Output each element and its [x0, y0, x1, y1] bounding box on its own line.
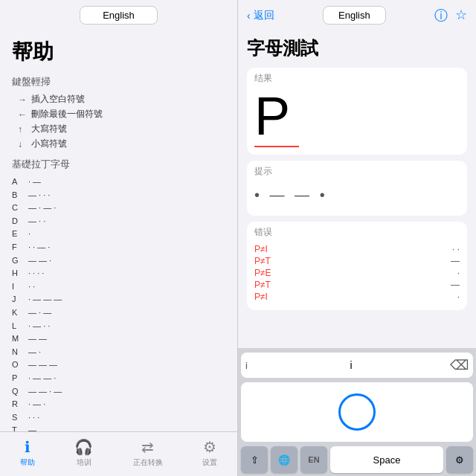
- settings-tab-label: 设置: [202, 457, 217, 468]
- help-tab-label: 帮助: [20, 457, 35, 468]
- star-icon[interactable]: ☆: [455, 7, 467, 25]
- alphabet-row: B— · · ·: [12, 189, 225, 202]
- alpha-letter: N: [12, 346, 24, 359]
- alpha-letter: P: [12, 372, 24, 385]
- globe-button[interactable]: 🌐: [271, 446, 298, 473]
- alpha-letter: L: [12, 320, 24, 333]
- errors-label: 错误: [247, 222, 467, 240]
- backspace-button[interactable]: ⌫: [450, 357, 469, 373]
- error-attempt: P≠I: [254, 244, 284, 254]
- right-content: 字母測試 结果 P 提示 • — — • 错误 P≠I· ·P≠T—P≠E·P≠…: [238, 30, 476, 348]
- gesture-text: 插入空白符號: [31, 93, 85, 106]
- keyboard-area: i i ⌫ ⇧ 🌐 EN Space ⚙: [238, 348, 476, 476]
- left-top-bar: English: [0, 0, 237, 30]
- alphabet-section-header: 基礎拉丁字母: [12, 158, 225, 171]
- gesture-text: 小寫符號: [31, 138, 67, 150]
- result-card: 结果 P: [247, 68, 467, 155]
- tab-help[interactable]: ℹ帮助: [20, 438, 35, 468]
- right-panel: ‹ 返回 English ⓘ ☆ 字母測試 结果 P 提示 • — — •: [238, 0, 476, 476]
- errors-content: P≠I· ·P≠T—P≠E·P≠T—P≠I·: [247, 240, 467, 310]
- morse-input-area: [241, 382, 473, 442]
- back-button[interactable]: ‹ 返回: [247, 9, 274, 22]
- gear-icon: ⚙: [455, 454, 464, 466]
- hint-card: 提示 • — — •: [247, 161, 467, 216]
- alphabet-table: A· —B— · · ·C— · — ·D— · ·E·F· · — ·G— —…: [12, 176, 225, 431]
- settings-button[interactable]: ⚙: [446, 446, 473, 473]
- convert-tab-icon: ⇄: [141, 438, 154, 456]
- tab-settings[interactable]: ⚙设置: [202, 438, 217, 468]
- training-tab-icon: 🎧: [74, 438, 93, 456]
- error-row: P≠T—: [254, 279, 460, 291]
- alpha-morse: — · —: [28, 306, 51, 320]
- tab-convert[interactable]: ⇄正在转换: [133, 438, 163, 468]
- alphabet-row: Q— — · —: [12, 385, 225, 399]
- result-label: 结果: [247, 68, 467, 86]
- error-morse: ·: [284, 268, 460, 278]
- left-content: 帮助 鍵盤輕掃 →插入空白符號←刪除最後一個符號↑大寫符號↓小寫符號 基礎拉丁字…: [0, 30, 237, 431]
- alpha-morse: · — — ·: [28, 372, 56, 385]
- alpha-morse: — — ·: [28, 254, 51, 268]
- alphabet-row: K— · —: [12, 306, 225, 320]
- alpha-morse: — · · ·: [28, 189, 50, 202]
- right-top-bar: ‹ 返回 English ⓘ ☆: [238, 0, 476, 30]
- alpha-morse: · — — —: [28, 293, 62, 306]
- alpha-letter: O: [12, 358, 24, 372]
- morse-circle-button[interactable]: [338, 393, 376, 431]
- alphabet-row: I· ·: [12, 280, 225, 294]
- alphabet-row: S· · ·: [12, 411, 225, 425]
- alpha-morse: · · · ·: [28, 267, 44, 280]
- error-attempt: P≠I: [254, 292, 284, 302]
- gesture-item: ←刪除最後一個符號: [18, 108, 225, 120]
- gesture-text: 刪除最後一個符號: [31, 108, 103, 120]
- alphabet-row: D— · ·: [12, 215, 225, 228]
- left-segment-button[interactable]: English: [80, 6, 158, 25]
- alpha-letter: Q: [12, 385, 24, 399]
- alpha-letter: H: [12, 267, 24, 280]
- input-label: i: [245, 360, 248, 371]
- alpha-letter: C: [12, 202, 24, 215]
- alpha-morse: — —: [28, 332, 47, 346]
- settings-tab-icon: ⚙: [203, 438, 216, 456]
- alphabet-row: F· · — ·: [12, 241, 225, 254]
- error-attempt: P≠E: [254, 268, 284, 278]
- alphabet-row: T—: [12, 424, 225, 431]
- alpha-morse: — ·: [28, 346, 41, 359]
- alpha-morse: — — —: [28, 358, 57, 372]
- gesture-item: →插入空白符號: [18, 93, 225, 106]
- alpha-morse: · —: [28, 176, 41, 189]
- arrow-icon: ↑: [18, 124, 28, 135]
- current-letter: P: [254, 89, 460, 143]
- error-morse: —: [284, 256, 460, 266]
- alpha-letter: T: [12, 424, 24, 431]
- alpha-morse: · — · ·: [28, 320, 50, 333]
- input-field[interactable]: i: [252, 359, 450, 371]
- tab-training[interactable]: 🎧培训: [74, 438, 93, 468]
- lang-label: EN: [308, 455, 319, 464]
- info-icon[interactable]: ⓘ: [434, 7, 448, 25]
- arrow-icon: ←: [18, 109, 28, 120]
- error-morse: · ·: [284, 244, 460, 254]
- alpha-letter: J: [12, 293, 24, 306]
- gesture-text: 大寫符號: [31, 123, 67, 135]
- space-button[interactable]: Space: [330, 446, 443, 473]
- result-content: P: [247, 86, 467, 155]
- lang-button[interactable]: EN: [300, 446, 327, 473]
- convert-tab-label: 正在转换: [133, 457, 163, 468]
- error-attempt: P≠T: [254, 256, 284, 266]
- right-segment-button[interactable]: English: [323, 6, 386, 25]
- alphabet-row: P· — — ·: [12, 372, 225, 385]
- gesture-item: ↑大寫符號: [18, 123, 225, 135]
- error-row: P≠I· ·: [254, 243, 460, 255]
- hint-label: 提示: [247, 161, 467, 179]
- error-morse: —: [284, 280, 460, 290]
- right-nav-icons: ⓘ ☆: [434, 7, 467, 25]
- hint-content: • — — •: [247, 179, 467, 216]
- alphabet-row: N— ·: [12, 346, 225, 359]
- alpha-morse: — · — ·: [28, 202, 56, 215]
- globe-icon: 🌐: [278, 454, 290, 466]
- alpha-letter: I: [12, 280, 24, 294]
- bottom-keyboard-row: ⇧ 🌐 EN Space ⚙: [241, 446, 473, 473]
- alpha-morse: — · ·: [28, 215, 45, 228]
- test-title: 字母測試: [247, 36, 467, 60]
- shift-button[interactable]: ⇧: [241, 446, 268, 473]
